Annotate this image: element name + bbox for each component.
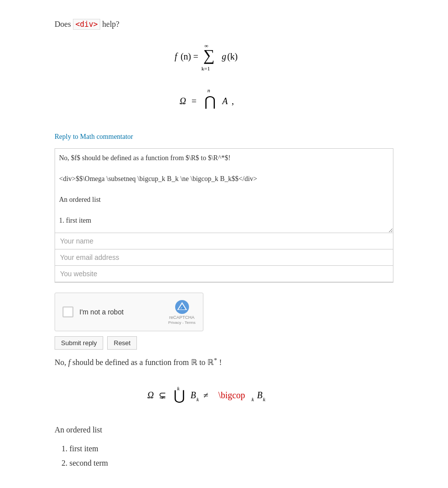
reset-button[interactable]: Reset — [107, 336, 137, 350]
recaptcha-icon: ✓ — [174, 299, 190, 315]
rendered-output: No, f should be defined as a function fr… — [55, 355, 393, 471]
svg-text:B: B — [191, 390, 196, 400]
email-input[interactable] — [55, 249, 393, 266]
comment-textarea[interactable]: No, $f$ should be defined as a function … — [55, 149, 393, 233]
list-item: first item — [69, 442, 393, 456]
rendered-math-formula: Ω ⊊ k ⋃ B k ≠ \bigcop k B k — [55, 376, 393, 416]
svg-text:(k): (k) — [227, 52, 238, 62]
ordered-list-title: An ordered list — [55, 424, 393, 436]
svg-text:⋃: ⋃ — [174, 388, 185, 403]
svg-text:k=1: k=1 — [201, 65, 210, 71]
svg-text:Ω: Ω — [180, 96, 186, 106]
captcha-brand-text: reCAPTCHA — [169, 315, 194, 320]
svg-text:n: n — [207, 87, 210, 93]
svg-text:k: k — [196, 396, 199, 402]
rendered-should-be: should be defined as a function from — [72, 358, 191, 366]
captcha-logo: ✓ reCAPTCHA Privacy - Terms — [168, 299, 195, 325]
list-item: second term — [69, 456, 393, 471]
div-code-tag: <div> — [73, 19, 100, 30]
svg-text:A: A — [222, 96, 228, 106]
svg-text:\bigcop: \bigcop — [218, 390, 245, 400]
captcha-privacy-text: Privacy - Terms — [168, 320, 195, 325]
form-buttons-row: Submit reply Reset — [55, 336, 393, 350]
reply-to-math-commentator-link[interactable]: Reply to Math commentator — [55, 133, 133, 141]
does-text-after: help? — [102, 20, 120, 28]
svg-text:✓: ✓ — [180, 306, 183, 309]
captcha-checkbox[interactable] — [63, 306, 73, 317]
rendered-f-italic: f — [68, 358, 70, 366]
svg-text:,: , — [232, 96, 234, 106]
rendered-ordered-list: first item second term — [69, 442, 393, 471]
rendered-paragraph: No, f should be defined as a function fr… — [55, 355, 393, 369]
comment-form-container: No, $f$ should be defined as a function … — [55, 148, 393, 283]
submit-reply-button[interactable]: Submit reply — [55, 336, 103, 350]
does-div-paragraph: Does <div> help? — [55, 20, 428, 29]
rendered-to: to — [199, 358, 207, 366]
svg-text:k: k — [252, 396, 255, 402]
rendered-from-r: ℝ — [191, 358, 197, 366]
svg-text:g: g — [222, 52, 226, 61]
svg-text:(n) =: (n) = — [181, 52, 198, 62]
svg-text:⊊: ⊊ — [159, 390, 166, 400]
svg-text:k: k — [263, 396, 266, 402]
rendered-to-r-star: ℝ* — [207, 358, 217, 366]
captcha-widget: I'm not a robot ✓ reCAPTCHA Privacy - Te… — [55, 293, 203, 331]
name-input[interactable] — [55, 233, 393, 249]
svg-text:f: f — [175, 52, 179, 61]
math-formula-2: Ω = n ⋂ A n , — [20, 83, 428, 118]
captcha-left: I'm not a robot — [63, 306, 124, 317]
website-input[interactable] — [55, 266, 393, 282]
svg-text:Ω: Ω — [147, 390, 154, 400]
form-fields — [55, 233, 393, 282]
svg-text:≠: ≠ — [203, 390, 208, 400]
does-text-before: Does — [55, 20, 71, 28]
svg-text:=: = — [192, 96, 196, 106]
rendered-exclaim: ! — [219, 358, 222, 366]
svg-text:∑: ∑ — [203, 46, 215, 64]
svg-text:⋂: ⋂ — [204, 94, 216, 109]
rendered-no: No, — [55, 358, 68, 366]
captcha-label: I'm not a robot — [79, 308, 124, 316]
math-formula-1: f (n) = ∞ ∑ k=1 g (k) — [20, 39, 428, 73]
svg-text:B: B — [257, 390, 262, 400]
